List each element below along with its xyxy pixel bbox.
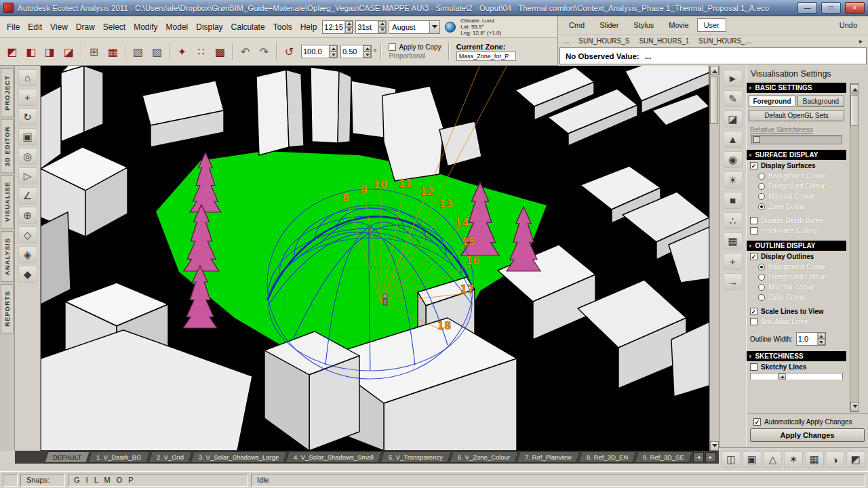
day-spinner[interactable] <box>355 20 387 34</box>
pan-icon[interactable]: + <box>18 89 37 106</box>
maximize-button[interactable]: □ <box>821 2 841 14</box>
outline-width-up-icon[interactable] <box>818 333 825 339</box>
render-frame-icon[interactable]: ▣ <box>743 451 762 468</box>
user-button[interactable]: User <box>697 18 726 32</box>
movie-button[interactable]: Movie <box>662 18 695 32</box>
close-button[interactable]: × <box>845 2 865 14</box>
view-tab-default[interactable]: DEFAULT <box>44 451 90 463</box>
surface-foreground-colour-radio[interactable] <box>758 183 765 190</box>
perspective-view-icon[interactable]: ◈ <box>18 246 37 263</box>
auto-apply-checkbox[interactable] <box>753 418 761 426</box>
foreground-button[interactable]: Foreground <box>749 96 795 107</box>
sun-icon[interactable]: ☀ <box>724 171 743 188</box>
camera-icon[interactable]: ◫ <box>722 451 741 468</box>
section-surface-display[interactable]: SURFACE DISPLAY <box>747 150 846 160</box>
panel-scroll-up-icon[interactable] <box>850 84 859 94</box>
panel-scroll-thumb[interactable] <box>850 95 859 126</box>
rotate-icon[interactable]: ↺ <box>280 42 298 61</box>
render-cube-icon[interactable]: ■ <box>724 192 743 209</box>
day-down-icon[interactable] <box>378 27 386 33</box>
view-tab-ref-planview[interactable]: 7. Ref_Planview <box>516 451 580 463</box>
day-up-icon[interactable] <box>378 21 386 27</box>
display-monitor-icon[interactable]: ⊞ <box>85 42 103 61</box>
day-input[interactable] <box>356 21 378 33</box>
scale-lines-checkbox[interactable] <box>750 308 757 315</box>
rotation-spinner[interactable] <box>301 45 338 58</box>
view-tab-solar-shadows-large[interactable]: 3. V_Solar_Shadows_Large <box>190 451 288 463</box>
viewport-3d[interactable]: 8 9 10 11 12 13 14 15 16 17 18 <box>41 66 709 451</box>
menu-draw[interactable]: Draw <box>72 20 99 35</box>
outline-material-colour-radio[interactable] <box>758 284 765 291</box>
attr-tab-more[interactable]: ... <box>564 37 569 45</box>
scroll-down-icon[interactable] <box>710 441 719 451</box>
stars-icon[interactable]: ✶ <box>784 451 803 468</box>
section-outline-display[interactable]: OUTLINE DISPLAY <box>747 241 846 251</box>
menu-modify[interactable]: Modify <box>130 20 161 35</box>
nudge-input[interactable] <box>341 45 363 58</box>
section-sketchiness[interactable]: SKETCHINESS <box>747 351 846 361</box>
menu-help[interactable]: Help <box>296 20 321 35</box>
background-button[interactable]: Background <box>797 96 844 107</box>
outline-foreground-colour-radio[interactable] <box>758 274 765 281</box>
tab-scroll-right-icon[interactable] <box>705 452 716 462</box>
rotation-down-icon[interactable] <box>330 52 337 58</box>
export-arrow-icon[interactable]: → <box>724 273 743 290</box>
tab-project[interactable]: PROJECT <box>1 68 14 117</box>
surface-material-colour-radio[interactable] <box>758 193 765 200</box>
month-dropdown[interactable]: August <box>389 20 440 34</box>
dropdown-arrow-icon[interactable] <box>429 21 439 33</box>
attr-tab-sun-hours-1[interactable]: SUN_HOURS_1 <box>639 37 689 45</box>
solid-cube-icon[interactable]: ◪ <box>724 110 743 127</box>
view-tab-ref-3d-en[interactable]: 8. Ref_3D_EN <box>578 451 637 463</box>
select-arrow-icon[interactable]: ▷ <box>18 167 37 184</box>
stylus-button[interactable]: Stylus <box>627 18 660 32</box>
axon-view-icon[interactable]: ◇ <box>18 226 37 243</box>
undo-icon[interactable]: ↶ <box>236 42 254 61</box>
rotation-up-icon[interactable] <box>330 45 337 52</box>
draw-partition-icon[interactable]: ◪ <box>60 42 78 61</box>
grid-icon[interactable]: ▦ <box>724 232 743 249</box>
outline-background-colour-radio[interactable] <box>758 264 765 270</box>
menu-select[interactable]: Select <box>99 20 130 35</box>
view-tab-dark-bg[interactable]: 1. V_Daark_BG <box>87 451 150 463</box>
measure-angle-icon[interactable]: ∠ <box>18 187 37 204</box>
panel-scroll-down-icon[interactable] <box>850 402 859 411</box>
wireframe-icon[interactable]: ▧ <box>129 42 147 61</box>
zone-grid-icon[interactable]: ▩ <box>211 42 229 61</box>
sketch-icon[interactable]: ✎ <box>724 90 743 107</box>
apply-to-copy-checkbox[interactable] <box>389 43 396 51</box>
nudge-spinner[interactable] <box>340 45 372 58</box>
view-tab-zone-colour[interactable]: 6. V_Zone_Colour <box>449 451 519 463</box>
anti-alias-lines-checkbox[interactable] <box>750 318 757 325</box>
section-basic-settings[interactable]: BASIC SETTINGS <box>747 83 846 93</box>
view-tab-transparency[interactable]: 5. V_Transparency <box>380 451 451 463</box>
visualise-mode-icon[interactable]: ◆ <box>18 266 37 283</box>
scroll-up-icon[interactable] <box>710 66 719 75</box>
globe-icon[interactable] <box>445 22 456 33</box>
apply-changes-button[interactable]: Apply Changes <box>750 428 865 442</box>
time-up-icon[interactable] <box>345 21 353 27</box>
viewport-3d-scene[interactable]: 8 9 10 11 12 13 14 15 16 17 18 <box>41 66 709 451</box>
scene-cube-icon[interactable]: ◩ <box>846 451 865 468</box>
tab-visualise[interactable]: VISUALISE <box>1 175 14 228</box>
attr-tab-sun-hours-2[interactable]: SUN_HOURS_… <box>698 37 751 45</box>
orbit-icon[interactable]: ↻ <box>18 108 37 125</box>
load-model-icon[interactable]: ◩ <box>3 42 21 61</box>
cmd-button[interactable]: Cmd <box>562 18 591 32</box>
nudge-down-icon[interactable] <box>363 52 371 58</box>
analysis-triangle-icon[interactable]: ▲ <box>724 131 743 148</box>
display-surfaces-checkbox[interactable] <box>750 162 757 169</box>
material-grid-icon[interactable]: ▦ <box>104 42 122 61</box>
view-tab-solar-shadows-small[interactable]: 4. V_Solar_Shadows_Small <box>285 451 382 463</box>
eye-icon[interactable]: ◉ <box>724 151 743 168</box>
disable-depth-buffer-checkbox[interactable] <box>750 217 757 224</box>
cursor-icon[interactable]: ► <box>724 70 743 87</box>
analysis-star-icon[interactable]: ✦ <box>173 42 191 61</box>
time-spinner[interactable] <box>322 20 353 34</box>
menu-calculate[interactable]: Calculate <box>227 20 269 35</box>
rotation-input[interactable] <box>302 45 329 58</box>
draw-plane-icon[interactable]: ◨ <box>41 42 59 61</box>
menu-file[interactable]: File <box>3 20 24 35</box>
shading-icon[interactable]: ▨ <box>148 42 166 61</box>
zoom-window-icon[interactable]: ▣ <box>18 128 37 145</box>
